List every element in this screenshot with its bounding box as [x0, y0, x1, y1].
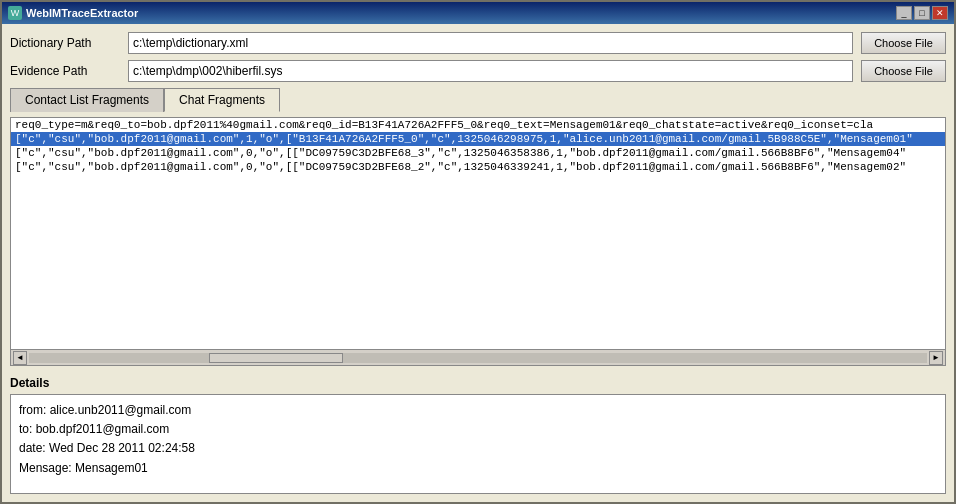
details-line: to: bob.dpf2011@gmail.com — [19, 420, 937, 439]
details-line: Mensage: Mensagem01 — [19, 459, 937, 478]
evidence-input[interactable] — [128, 60, 853, 82]
dictionary-input[interactable] — [128, 32, 853, 54]
title-bar-left: W WebIMTraceExtractor — [8, 6, 138, 20]
tab-chat[interactable]: Chat Fragments — [164, 88, 280, 112]
data-line[interactable]: ["c","csu","bob.dpf2011@gmail.com",1,"o"… — [11, 132, 945, 146]
data-line[interactable]: ["c","csu","bob.dpf2011@gmail.com",0,"o"… — [11, 160, 945, 174]
scroll-track[interactable] — [29, 353, 927, 363]
window-title: WebIMTraceExtractor — [26, 7, 138, 19]
details-section: Details from: alice.unb2011@gmail.comto:… — [10, 376, 946, 494]
title-bar: W WebIMTraceExtractor _ □ ✕ — [2, 2, 954, 24]
evidence-row: Evidence Path Choose File — [10, 60, 946, 82]
main-panel: req0_type=m&req0_to=bob.dpf2011%40gmail.… — [10, 117, 946, 366]
details-line: from: alice.unb2011@gmail.com — [19, 401, 937, 420]
scroll-thumb[interactable] — [209, 353, 344, 363]
evidence-label: Evidence Path — [10, 64, 120, 78]
tab-contact[interactable]: Contact List Fragments — [10, 88, 164, 112]
scroll-right-arrow[interactable]: ► — [929, 351, 943, 365]
close-button[interactable]: ✕ — [932, 6, 948, 20]
details-line: date: Wed Dec 28 2011 02:24:58 — [19, 439, 937, 458]
tabs-container: Contact List Fragments Chat Fragments — [10, 88, 946, 112]
horizontal-scrollbar[interactable]: ◄ ► — [11, 349, 945, 365]
title-bar-buttons: _ □ ✕ — [896, 6, 948, 20]
main-window: W WebIMTraceExtractor _ □ ✕ Dictionary P… — [0, 0, 956, 504]
details-label: Details — [10, 376, 946, 390]
data-line[interactable]: ["c","csu","bob.dpf2011@gmail.com",0,"o"… — [11, 146, 945, 160]
dictionary-row: Dictionary Path Choose File — [10, 32, 946, 54]
details-box: from: alice.unb2011@gmail.comto: bob.dpf… — [10, 394, 946, 494]
app-icon: W — [8, 6, 22, 20]
minimize-button[interactable]: _ — [896, 6, 912, 20]
content-area: Dictionary Path Choose File Evidence Pat… — [2, 24, 954, 502]
data-line[interactable]: req0_type=m&req0_to=bob.dpf2011%40gmail.… — [11, 118, 945, 132]
data-area[interactable]: req0_type=m&req0_to=bob.dpf2011%40gmail.… — [11, 118, 945, 349]
scroll-left-arrow[interactable]: ◄ — [13, 351, 27, 365]
dictionary-choose-button[interactable]: Choose File — [861, 32, 946, 54]
maximize-button[interactable]: □ — [914, 6, 930, 20]
evidence-choose-button[interactable]: Choose File — [861, 60, 946, 82]
dictionary-label: Dictionary Path — [10, 36, 120, 50]
